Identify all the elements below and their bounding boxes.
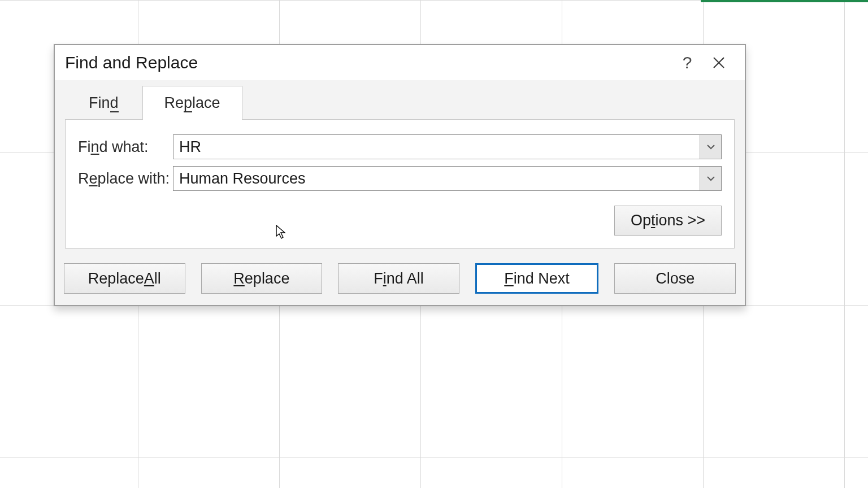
- replace-with-input[interactable]: [173, 167, 700, 190]
- replace-button[interactable]: Replace: [201, 263, 323, 294]
- close-window-button[interactable]: [703, 50, 735, 76]
- find-what-row: Find what:: [78, 134, 722, 159]
- find-what-label: Find what:: [78, 138, 168, 156]
- replace-with-combo: [173, 166, 722, 191]
- replace-with-label: Replace with:: [78, 170, 168, 188]
- help-button[interactable]: ?: [671, 50, 703, 76]
- tab-replace[interactable]: Replace: [142, 86, 242, 120]
- replace-all-button[interactable]: Replace All: [64, 263, 185, 294]
- options-button[interactable]: Options >>: [614, 206, 722, 236]
- dialog-title: Find and Replace: [65, 53, 671, 72]
- replace-with-dropdown-button[interactable]: [700, 167, 721, 190]
- dialog-titlebar[interactable]: Find and Replace ?: [55, 45, 745, 80]
- find-what-input[interactable]: [173, 135, 700, 159]
- find-what-dropdown-button[interactable]: [700, 135, 721, 159]
- replace-panel: Find what: Replace with:: [65, 119, 735, 249]
- dialog-footer: Replace All Replace Find All Find Next C…: [55, 250, 745, 305]
- close-icon: [713, 56, 725, 69]
- find-replace-dialog: Find and Replace ? Find Replace Find wha…: [54, 44, 746, 306]
- tab-strip: Find Replace: [65, 80, 735, 120]
- find-next-button[interactable]: Find Next: [475, 263, 599, 294]
- find-all-button[interactable]: Find All: [338, 263, 459, 294]
- tab-find[interactable]: Find: [65, 86, 142, 120]
- close-button[interactable]: Close: [614, 263, 736, 294]
- options-row: Options >>: [78, 198, 722, 236]
- replace-with-row: Replace with:: [78, 166, 722, 191]
- find-what-combo: [173, 134, 722, 159]
- dialog-body: Find Replace Find what: Re: [55, 80, 745, 250]
- selection-accent: [701, 0, 868, 2]
- chevron-down-icon: [706, 176, 715, 181]
- chevron-down-icon: [706, 144, 715, 150]
